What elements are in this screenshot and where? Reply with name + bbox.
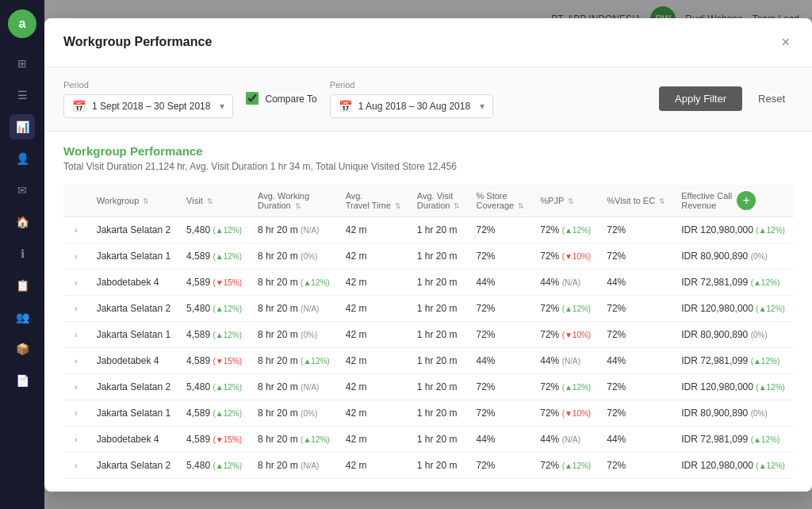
filter-actions: Apply Filter Reset [659, 86, 793, 111]
cell-avg-working: 8 hr 20 m (▲12%) [250, 426, 338, 452]
cell-avg-visit: 1 hr 20 m [409, 400, 469, 426]
table-row: › Jakarta Selatan 2 5,480 (▲12%) 8 hr 20… [63, 295, 793, 321]
th-store-coverage: % StoreCoverage ⇅ [468, 185, 532, 217]
expand-row-button[interactable]: › [71, 407, 81, 419]
cell-effective-call: IDR 120,980,000 (▲12%) [673, 373, 793, 400]
sidebar-icon-mail[interactable]: ✉ [10, 178, 35, 203]
cell-avg-working: 8 hr 20 m (▲12%) [250, 269, 338, 295]
table-row: › Jakarta Selatan 2 5,480 (▲12%) 8 hr 20… [63, 216, 793, 243]
cell-visit: 5,480 (▲12%) [178, 295, 250, 321]
expand-row-button[interactable]: › [71, 224, 81, 236]
sidebar-icon-list[interactable]: ☰ [10, 82, 35, 108]
sidebar-icon-home[interactable]: 🏠 [10, 209, 35, 235]
compare-checkbox[interactable] [246, 92, 259, 105]
expand-row-button[interactable]: › [71, 250, 81, 262]
modal: Workgroup Performance × Period 📅 1 Sept … [44, 18, 812, 492]
th-workgroup: Workgroup ⇅ [89, 185, 178, 217]
table-row: › Jabodetabek 4 4,589 (▼15%) 8 hr 20 m (… [63, 426, 793, 452]
sidebar-icon-team[interactable]: 👥 [10, 304, 35, 330]
expand-row-button[interactable]: › [71, 433, 81, 446]
expand-row-button[interactable]: › [71, 381, 81, 393]
th-visit-ec: %Visit to EC ⇅ [599, 185, 673, 217]
cell-avg-visit: 1 hr 20 m [409, 269, 469, 295]
table-row: › Jakarta Selatan 1 4,589 (▲12%) 8 hr 20… [63, 400, 793, 426]
apply-filter-button[interactable]: Apply Filter [659, 86, 742, 111]
sidebar-icon-package[interactable]: 📦 [10, 336, 35, 362]
cell-avg-working: 8 hr 20 m (N/A) [250, 452, 338, 478]
cell-workgroup: Jabodetabek 4 [89, 269, 178, 295]
cell-avg-working: 8 hr 20 m (N/A) [250, 373, 338, 400]
table-row: › Jakarta Selatan 2 5,480 (▲12%) 8 hr 20… [63, 373, 793, 400]
cell-pjp: 44% (N/A) [532, 347, 599, 373]
cell-avg-travel: 42 m [338, 452, 409, 478]
cell-pjp: 72% (▲12%) [532, 373, 599, 400]
expand-row-button[interactable]: › [71, 354, 81, 367]
cell-avg-visit: 1 hr 20 m [409, 426, 469, 452]
expand-row-button[interactable]: › [71, 276, 81, 289]
cell-visit-ec: 44% [599, 347, 673, 373]
cell-avg-working: 8 hr 20 m (N/A) [250, 216, 338, 243]
cell-avg-travel: 42 m [338, 269, 409, 295]
calendar2-icon: 📅 [339, 100, 352, 113]
filter-bar: Period 📅 1 Sept 2018 – 30 Sept 2018 ▾ Co… [44, 67, 812, 132]
modal-header: Workgroup Performance × [44, 18, 812, 67]
table-row: › Jakarta Selatan 2 5,480 (▲12%) 8 hr 20… [63, 452, 793, 478]
cell-workgroup: Jakarta Selatan 1 [89, 243, 178, 269]
period2-label: Period [330, 80, 493, 90]
cell-visit-ec: 72% [599, 243, 673, 269]
table-row: › Jakarta Selatan 1 4,589 (▲12%) 8 hr 20… [63, 321, 793, 347]
sidebar-icon-dashboard[interactable]: ⊞ [10, 51, 35, 76]
expand-row-button[interactable]: › [71, 328, 81, 341]
cell-avg-visit: 1 hr 20 m [409, 347, 469, 373]
app-shell: a ⊞ ☰ 📊 👤 ✉ 🏠 ℹ 📋 👥 📦 📄 PT. ABP INDONESI… [0, 0, 812, 509]
period1-label: Period [63, 80, 233, 90]
sidebar-icon-chart[interactable]: 📊 [10, 114, 35, 140]
sidebar-icon-report[interactable]: 📋 [10, 273, 35, 298]
cell-avg-travel: 42 m [338, 321, 409, 347]
content-area: Workgroup Performance Total Visit Durati… [44, 132, 812, 492]
cell-effective-call: IDR 72,981,099 (▲12%) [673, 426, 793, 452]
expand-row-button[interactable]: › [71, 459, 81, 472]
expand-row-button[interactable]: › [71, 302, 81, 315]
cell-effective-call: IDR 72,981,099 (▲12%) [673, 269, 793, 295]
cell-avg-travel: 42 m [338, 295, 409, 321]
cell-avg-visit: 1 hr 20 m [409, 243, 469, 269]
cell-workgroup: Jakarta Selatan 1 [89, 321, 178, 347]
cell-workgroup: Jakarta Selatan 2 [89, 295, 178, 321]
period1-select[interactable]: 📅 1 Sept 2018 – 30 Sept 2018 ▾ [63, 94, 233, 118]
period2-chevron: ▾ [480, 101, 485, 112]
cell-avg-visit: 1 hr 20 m [409, 216, 469, 243]
cell-effective-call: IDR 120,980,000 (▲12%) [673, 452, 793, 478]
cell-visit-ec: 72% [599, 321, 673, 347]
cell-pjp: 72% (▲12%) [532, 216, 599, 243]
workgroup-table: Workgroup ⇅ Visit ⇅ Avg. WorkingDuration… [63, 185, 793, 479]
sidebar-icon-doc[interactable]: 📄 [10, 368, 35, 393]
table-body: › Jakarta Selatan 2 5,480 (▲12%) 8 hr 20… [63, 216, 793, 478]
cell-avg-working: 8 hr 20 m (0%) [250, 243, 338, 269]
cell-effective-call: IDR 80,900,890 (0%) [673, 243, 793, 269]
period2-select[interactable]: 📅 1 Aug 2018 – 30 Aug 2018 ▾ [330, 94, 493, 118]
sidebar-icon-info[interactable]: ℹ [10, 241, 35, 266]
cell-pjp: 44% (N/A) [532, 269, 599, 295]
cell-store-coverage: 44% [468, 426, 532, 452]
cell-pjp: 72% (▲12%) [532, 452, 599, 478]
cell-effective-call: IDR 80,900,890 (0%) [673, 400, 793, 426]
compare-label: Compare To [265, 94, 316, 105]
sidebar-icon-user[interactable]: 👤 [10, 146, 35, 171]
sidebar: a ⊞ ☰ 📊 👤 ✉ 🏠 ℹ 📋 👥 📦 📄 [0, 0, 44, 509]
period2-group: Period 📅 1 Aug 2018 – 30 Aug 2018 ▾ [330, 80, 493, 118]
modal-overlay: Workgroup Performance × Period 📅 1 Sept … [44, 0, 812, 509]
main-content: PT. ABP INDONESIA RW Rudi Wahono Team Le… [44, 0, 812, 509]
period1-value: 1 Sept 2018 – 30 Sept 2018 [92, 101, 210, 112]
add-column-button[interactable]: + [737, 191, 756, 210]
cell-visit: 5,480 (▲12%) [178, 373, 250, 400]
reset-button[interactable]: Reset [750, 86, 793, 111]
cell-pjp: 44% (N/A) [532, 426, 599, 452]
period2-value: 1 Aug 2018 – 30 Aug 2018 [358, 101, 470, 112]
cell-avg-working: 8 hr 20 m (0%) [250, 321, 338, 347]
cell-avg-travel: 42 m [338, 400, 409, 426]
table-row: › Jabodetabek 4 4,589 (▼15%) 8 hr 20 m (… [63, 269, 793, 295]
close-button[interactable]: × [778, 31, 793, 54]
cell-workgroup: Jakarta Selatan 2 [89, 452, 178, 478]
table-row: › Jakarta Selatan 1 4,589 (▲12%) 8 hr 20… [63, 243, 793, 269]
